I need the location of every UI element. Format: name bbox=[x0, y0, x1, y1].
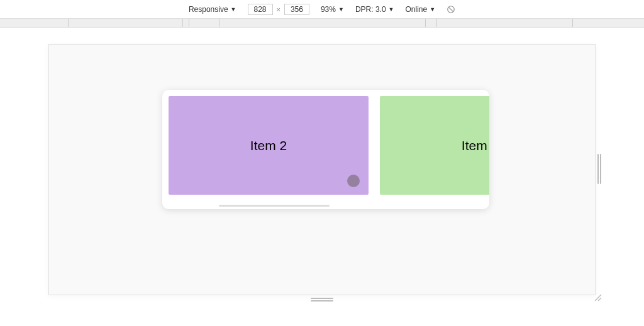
simulated-viewport[interactable]: Item 2 Item 3 bbox=[48, 44, 596, 295]
dropdown-arrow-icon: ▼ bbox=[430, 6, 435, 13]
carousel-item[interactable]: Item 3 bbox=[380, 96, 489, 195]
resize-grip-icon bbox=[594, 293, 602, 302]
responsive-mode-selector[interactable]: Responsive ▼ bbox=[189, 5, 236, 14]
dimension-separator: × bbox=[277, 6, 280, 13]
dropdown-arrow-icon: ▼ bbox=[338, 6, 344, 13]
throttle-label: Online bbox=[406, 5, 428, 14]
zoom-selector[interactable]: 93% ▼ bbox=[321, 5, 344, 14]
dimensions-group: × bbox=[248, 4, 309, 15]
responsive-mode-label: Responsive bbox=[189, 5, 228, 14]
dpr-label: DPR: 3.0 bbox=[355, 5, 386, 14]
svg-line-2 bbox=[595, 295, 601, 301]
ruler-tick bbox=[572, 19, 573, 27]
rotate-icon bbox=[447, 5, 455, 14]
ruler-tick bbox=[189, 19, 189, 27]
height-resize-handle[interactable] bbox=[311, 297, 333, 302]
svg-line-3 bbox=[598, 298, 601, 301]
carousel-item-label: Item 2 bbox=[250, 138, 287, 153]
ruler-tick bbox=[436, 19, 437, 27]
carousel-card: Item 2 Item 3 bbox=[162, 90, 489, 209]
width-resize-handle[interactable] bbox=[596, 154, 602, 184]
throttle-selector[interactable]: Online ▼ bbox=[406, 5, 436, 14]
preview-area: Item 2 Item 3 bbox=[0, 28, 644, 326]
media-query-ruler[interactable] bbox=[0, 19, 644, 28]
corner-resize-handle[interactable] bbox=[594, 293, 602, 302]
ruler-tick bbox=[68, 19, 69, 27]
device-toolbar: Responsive ▼ × 93% ▼ DPR: 3.0 ▼ Online ▼ bbox=[0, 0, 644, 19]
rotate-button[interactable] bbox=[447, 5, 455, 14]
height-input[interactable] bbox=[284, 4, 309, 15]
dpr-selector[interactable]: DPR: 3.0 ▼ bbox=[355, 5, 394, 14]
carousel-item[interactable]: Item 2 bbox=[169, 96, 369, 195]
carousel-track[interactable]: Item 2 Item 3 bbox=[169, 96, 483, 195]
carousel-item-label: Item 3 bbox=[462, 138, 489, 153]
zoom-label: 93% bbox=[321, 5, 336, 14]
dropdown-arrow-icon: ▼ bbox=[389, 6, 394, 13]
width-input[interactable] bbox=[248, 4, 273, 15]
ruler-tick bbox=[182, 19, 183, 27]
carousel-scrollbar[interactable] bbox=[219, 205, 330, 207]
dropdown-arrow-icon: ▼ bbox=[231, 6, 236, 13]
ruler-tick bbox=[219, 19, 219, 27]
touch-indicator-icon bbox=[347, 175, 360, 187]
svg-line-1 bbox=[448, 7, 453, 12]
ruler-tick bbox=[425, 19, 426, 27]
